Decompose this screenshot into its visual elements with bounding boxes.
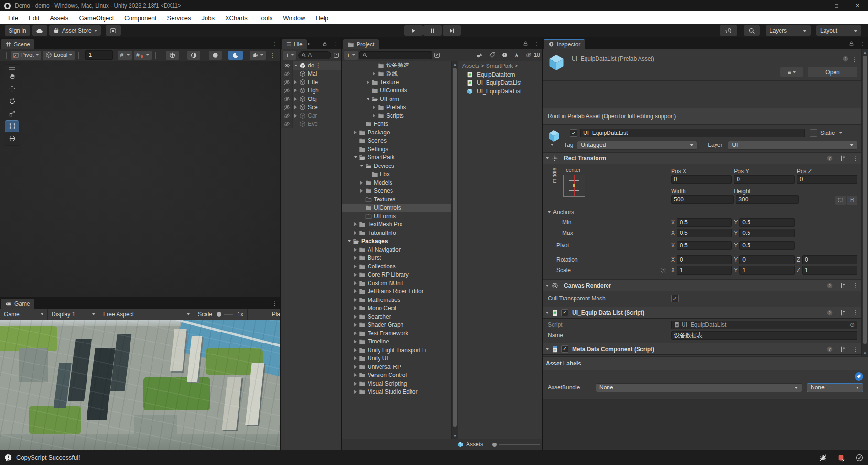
- eye-open-icon[interactable]: [281, 61, 293, 70]
- presets-icon[interactable]: [839, 346, 846, 353]
- maximize-icon[interactable]: [333, 52, 339, 58]
- project-tree-item[interactable]: Searcher: [342, 312, 451, 321]
- menu-item-gameobject[interactable]: GameObject: [74, 11, 119, 24]
- project-tree-item[interactable]: TutorialInfo: [342, 229, 451, 237]
- menu-item-window[interactable]: Window: [278, 11, 310, 24]
- console-message-icon[interactable]: [5, 454, 12, 462]
- project-tree-item[interactable]: 设备筛选: [342, 61, 451, 70]
- assetbundle-variant-dropdown[interactable]: None: [807, 383, 863, 392]
- anchor-min-y-field[interactable]: 0.5: [739, 218, 794, 227]
- blueprint-mode-button[interactable]: [835, 196, 846, 205]
- presets-icon[interactable]: [839, 155, 846, 162]
- project-tree-item[interactable]: Version Control: [342, 371, 451, 380]
- open-prefab-button[interactable]: Open: [808, 67, 857, 77]
- search-by-type-icon[interactable]: [477, 52, 483, 58]
- drag-handle[interactable]: [4, 52, 7, 59]
- eye-closed-icon[interactable]: [281, 120, 293, 129]
- rotation-x-field[interactable]: 0: [677, 255, 732, 264]
- tab-inspector[interactable]: Inspector: [544, 39, 585, 49]
- effects-toggle-button[interactable]: [228, 51, 243, 60]
- static-checkbox[interactable]: [810, 129, 817, 137]
- kebab-icon[interactable]: ⋮: [270, 52, 276, 59]
- tab-game[interactable]: Game: [1, 299, 34, 309]
- project-tree-item[interactable]: UIControls: [342, 204, 451, 212]
- hierarchy-item[interactable]: Ligh: [281, 87, 341, 95]
- project-tree-item[interactable]: Burst: [342, 254, 451, 263]
- pivot-x-field[interactable]: 0.5: [677, 241, 732, 250]
- static-dropdown-icon[interactable]: [839, 132, 842, 134]
- create-add-button[interactable]: +: [283, 51, 296, 60]
- scrollbar-thumb[interactable]: [863, 56, 867, 344]
- cloud-button[interactable]: [32, 25, 47, 36]
- menu-item-assets[interactable]: Assets: [44, 11, 74, 24]
- project-tree-item[interactable]: Visual Studio Editor: [342, 388, 451, 397]
- status-message[interactable]: CopyScript Successful!: [16, 454, 80, 461]
- project-tree-item[interactable]: JetBrains Rider Editor: [342, 288, 451, 296]
- asset-item[interactable]: #EquipDataItem: [458, 70, 542, 79]
- aspect-dropdown[interactable]: Free Aspect: [99, 309, 194, 320]
- project-tree-item[interactable]: Mono Cecil: [342, 304, 451, 313]
- menu-item-xcharts[interactable]: XCharts: [220, 11, 253, 24]
- raw-edit-button[interactable]: R: [847, 196, 857, 205]
- asset-store-button[interactable]: Asset Store: [49, 25, 101, 36]
- breadcrumb[interactable]: Assets > SmartPark >: [458, 61, 542, 70]
- tab-scene[interactable]: Scene: [1, 39, 34, 49]
- scroll-down-icon[interactable]: ▼: [452, 434, 458, 438]
- project-tree-item[interactable]: Test Framework: [342, 329, 451, 338]
- move-tool-button[interactable]: [5, 83, 19, 94]
- gameobject-name-field[interactable]: UI_EquipDataList: [580, 129, 805, 137]
- undo-history-button[interactable]: [720, 25, 737, 36]
- menu-item-edit[interactable]: Edit: [23, 11, 44, 24]
- search-by-label-icon[interactable]: [489, 52, 496, 58]
- scale-tool-button[interactable]: [5, 108, 19, 119]
- pos-x-field[interactable]: 0: [671, 175, 732, 184]
- kebab-icon[interactable]: ⋮: [852, 155, 858, 162]
- eye-closed-icon[interactable]: [281, 70, 293, 78]
- eye-closed-icon[interactable]: [281, 95, 293, 103]
- step-button[interactable]: [443, 25, 461, 36]
- eye-closed-icon[interactable]: [281, 103, 293, 112]
- project-tree-item[interactable]: Collections: [342, 262, 451, 271]
- local-dropdown[interactable]: Local: [43, 51, 75, 60]
- pivot-dropdown[interactable]: Pivot: [11, 51, 41, 60]
- game-viewport[interactable]: [0, 320, 280, 450]
- minimize-button[interactable]: –: [805, 0, 826, 11]
- maximize-button[interactable]: □: [826, 0, 847, 11]
- project-search-input[interactable]: [359, 51, 432, 59]
- scroll-up-icon[interactable]: ▲: [452, 62, 458, 66]
- active-checkbox[interactable]: ✓: [570, 129, 577, 137]
- pause-button[interactable]: [423, 25, 442, 36]
- prefab-view-dropdown[interactable]: ≡: [780, 67, 803, 77]
- eye-closed-icon[interactable]: [281, 87, 293, 95]
- project-tree-item[interactable]: UIControls: [342, 87, 451, 95]
- rect-transform-header[interactable]: Rect Transform ? ⋮: [543, 152, 861, 164]
- transform-tool-button[interactable]: [5, 133, 19, 144]
- lock-icon[interactable]: [322, 41, 328, 47]
- presets-icon[interactable]: [839, 282, 846, 289]
- favorites-star-icon[interactable]: ★: [514, 52, 520, 59]
- grid-snap-button[interactable]: #: [118, 51, 132, 60]
- drag-handle[interactable]: [9, 67, 15, 68]
- increment-snap-button[interactable]: #: [134, 51, 152, 60]
- anchors-foldout[interactable]: Anchors: [548, 209, 574, 216]
- hierarchy-item[interactable]: de⋮: [281, 61, 341, 70]
- close-button[interactable]: ✕: [847, 0, 868, 11]
- layout-dropdown[interactable]: Layout: [816, 25, 861, 36]
- scale-slider[interactable]: Scale 1x: [194, 309, 248, 320]
- component-enabled-checkbox[interactable]: ✓: [561, 309, 568, 316]
- eye-closed-icon[interactable]: [281, 111, 293, 120]
- scale-y-field[interactable]: 1: [739, 266, 794, 275]
- eye-closed-icon[interactable]: [281, 78, 293, 87]
- project-tree-item[interactable]: Universal RP: [342, 363, 451, 371]
- project-tree-item[interactable]: Fonts: [342, 120, 451, 129]
- cache-server-error-icon[interactable]: [837, 454, 845, 462]
- project-tree-item[interactable]: Custom NUnit: [342, 279, 451, 288]
- asset-item[interactable]: UI_EquipDataList: [458, 87, 542, 96]
- anchor-preset-widget[interactable]: [563, 175, 585, 197]
- search-button[interactable]: [744, 25, 760, 36]
- canvas-renderer-header[interactable]: Canvas Renderer ? ⋮: [543, 279, 861, 291]
- kebab-icon[interactable]: ⋮: [533, 40, 540, 47]
- hierarchy-item[interactable]: Mai: [281, 70, 341, 78]
- menu-item-services[interactable]: Services: [162, 11, 196, 24]
- play-focused-dropdown[interactable]: Pla: [248, 309, 280, 320]
